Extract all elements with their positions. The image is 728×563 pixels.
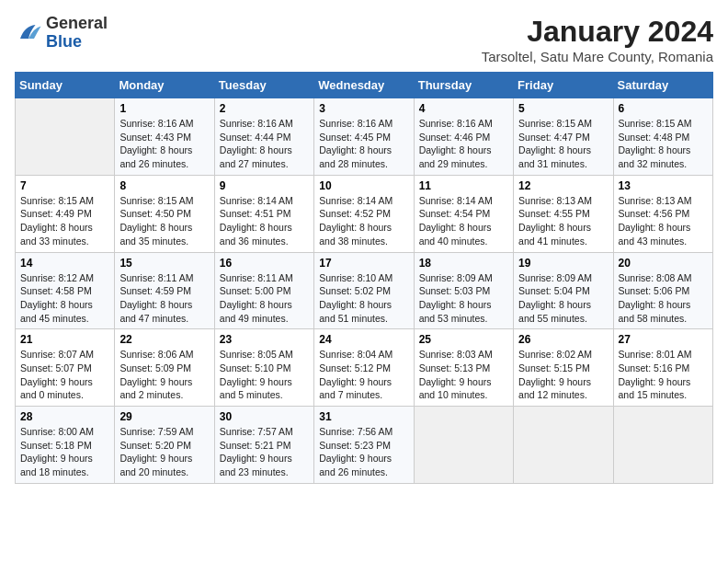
- calendar-cell: 26Sunrise: 8:02 AMSunset: 5:15 PMDayligh…: [514, 329, 613, 407]
- day-info: Sunrise: 8:02 AMSunset: 5:15 PMDaylight:…: [518, 348, 608, 402]
- day-number: 29: [119, 410, 209, 423]
- calendar-week-row: 21Sunrise: 8:07 AMSunset: 5:07 PMDayligh…: [16, 329, 713, 407]
- calendar-cell: [16, 98, 115, 176]
- day-info: Sunrise: 8:10 AMSunset: 5:02 PMDaylight:…: [319, 271, 408, 326]
- calendar-cell: 15Sunrise: 8:11 AMSunset: 4:59 PMDayligh…: [115, 252, 214, 329]
- day-info: Sunrise: 8:09 AMSunset: 5:03 PMDaylight:…: [419, 271, 508, 326]
- calendar-cell: 29Sunrise: 7:59 AMSunset: 5:20 PMDayligh…: [115, 407, 214, 484]
- day-info: Sunrise: 7:56 AMSunset: 5:23 PMDaylight:…: [319, 425, 408, 479]
- calendar-cell: 2Sunrise: 8:16 AMSunset: 4:44 PMDaylight…: [214, 98, 313, 176]
- day-info: Sunrise: 8:06 AMSunset: 5:09 PMDaylight:…: [119, 348, 209, 402]
- title-block: January 2024 Tarsoltel, Satu Mare County…: [482, 15, 713, 64]
- day-number: 11: [419, 179, 508, 192]
- day-info: Sunrise: 8:14 AMSunset: 4:52 PMDaylight:…: [319, 194, 408, 248]
- page-header: General Blue January 2024 Tarsoltel, Sat…: [15, 15, 713, 64]
- calendar-cell: [514, 407, 613, 484]
- weekday-header: Sunday: [16, 73, 115, 98]
- day-number: 31: [319, 410, 408, 423]
- day-number: 14: [20, 257, 109, 270]
- day-info: Sunrise: 8:13 AMSunset: 4:56 PMDaylight:…: [619, 194, 708, 248]
- calendar-cell: 6Sunrise: 8:15 AMSunset: 4:48 PMDaylight…: [613, 98, 712, 176]
- calendar-cell: 20Sunrise: 8:08 AMSunset: 5:06 PMDayligh…: [613, 252, 712, 329]
- calendar-cell: 13Sunrise: 8:13 AMSunset: 4:56 PMDayligh…: [613, 175, 712, 252]
- calendar-week-row: 1Sunrise: 8:16 AMSunset: 4:43 PMDaylight…: [16, 98, 713, 176]
- calendar-week-row: 28Sunrise: 8:00 AMSunset: 5:18 PMDayligh…: [16, 407, 713, 484]
- day-info: Sunrise: 8:15 AMSunset: 4:48 PMDaylight:…: [619, 117, 708, 171]
- day-info: Sunrise: 8:00 AMSunset: 5:18 PMDaylight:…: [20, 425, 109, 479]
- day-info: Sunrise: 8:13 AMSunset: 4:55 PMDaylight:…: [518, 194, 608, 248]
- day-number: 27: [619, 333, 708, 346]
- day-number: 15: [119, 257, 209, 270]
- day-number: 6: [619, 102, 708, 115]
- calendar-header: SundayMondayTuesdayWednesdayThursdayFrid…: [16, 73, 713, 98]
- weekday-header-row: SundayMondayTuesdayWednesdayThursdayFrid…: [16, 73, 713, 98]
- calendar-cell: 22Sunrise: 8:06 AMSunset: 5:09 PMDayligh…: [115, 329, 214, 407]
- calendar-cell: 16Sunrise: 8:11 AMSunset: 5:00 PMDayligh…: [214, 252, 313, 329]
- weekday-header: Saturday: [613, 73, 712, 98]
- day-number: 25: [419, 333, 508, 346]
- day-info: Sunrise: 8:16 AMSunset: 4:43 PMDaylight:…: [119, 117, 209, 171]
- calendar-cell: 18Sunrise: 8:09 AMSunset: 5:03 PMDayligh…: [414, 252, 513, 329]
- calendar-cell: 11Sunrise: 8:14 AMSunset: 4:54 PMDayligh…: [414, 175, 513, 252]
- logo: General Blue: [15, 15, 108, 52]
- calendar-cell: 4Sunrise: 8:16 AMSunset: 4:46 PMDaylight…: [414, 98, 513, 176]
- logo-general: General: [46, 14, 108, 32]
- weekday-header: Monday: [115, 73, 214, 98]
- calendar-cell: 25Sunrise: 8:03 AMSunset: 5:13 PMDayligh…: [414, 329, 513, 407]
- logo-blue: Blue: [46, 32, 82, 51]
- calendar-cell: 19Sunrise: 8:09 AMSunset: 5:04 PMDayligh…: [514, 252, 613, 329]
- day-info: Sunrise: 8:15 AMSunset: 4:49 PMDaylight:…: [20, 194, 109, 248]
- calendar-cell: 12Sunrise: 8:13 AMSunset: 4:55 PMDayligh…: [514, 175, 613, 252]
- calendar-cell: 8Sunrise: 8:15 AMSunset: 4:50 PMDaylight…: [115, 175, 214, 252]
- day-info: Sunrise: 8:05 AMSunset: 5:10 PMDaylight:…: [220, 348, 309, 402]
- day-info: Sunrise: 8:14 AMSunset: 4:51 PMDaylight:…: [220, 194, 309, 248]
- calendar-cell: [613, 407, 712, 484]
- calendar-week-row: 7Sunrise: 8:15 AMSunset: 4:49 PMDaylight…: [16, 175, 713, 252]
- page-subtitle: Tarsoltel, Satu Mare County, Romania: [482, 49, 713, 64]
- day-number: 20: [619, 257, 708, 270]
- calendar-cell: 28Sunrise: 8:00 AMSunset: 5:18 PMDayligh…: [16, 407, 115, 484]
- calendar-cell: 3Sunrise: 8:16 AMSunset: 4:45 PMDaylight…: [314, 98, 414, 176]
- day-number: 12: [518, 179, 608, 192]
- day-number: 1: [119, 102, 209, 115]
- calendar-cell: 27Sunrise: 8:01 AMSunset: 5:16 PMDayligh…: [613, 329, 712, 407]
- day-info: Sunrise: 8:11 AMSunset: 5:00 PMDaylight:…: [220, 271, 309, 326]
- calendar-cell: 30Sunrise: 7:57 AMSunset: 5:21 PMDayligh…: [214, 407, 313, 484]
- day-number: 19: [518, 257, 608, 270]
- day-info: Sunrise: 8:14 AMSunset: 4:54 PMDaylight:…: [419, 194, 508, 248]
- day-number: 7: [20, 179, 109, 192]
- day-info: Sunrise: 8:07 AMSunset: 5:07 PMDaylight:…: [20, 348, 109, 402]
- day-number: 8: [119, 179, 209, 192]
- day-number: 10: [319, 179, 408, 192]
- weekday-header: Tuesday: [214, 73, 313, 98]
- day-number: 9: [220, 179, 309, 192]
- day-number: 18: [419, 257, 508, 270]
- day-info: Sunrise: 7:59 AMSunset: 5:20 PMDaylight:…: [119, 425, 209, 479]
- day-info: Sunrise: 7:57 AMSunset: 5:21 PMDaylight:…: [220, 425, 309, 479]
- calendar-cell: 1Sunrise: 8:16 AMSunset: 4:43 PMDaylight…: [115, 98, 214, 176]
- day-info: Sunrise: 8:15 AMSunset: 4:50 PMDaylight:…: [119, 194, 209, 248]
- day-info: Sunrise: 8:11 AMSunset: 4:59 PMDaylight:…: [119, 271, 209, 326]
- day-number: 22: [119, 333, 209, 346]
- day-number: 28: [20, 410, 109, 423]
- day-info: Sunrise: 8:09 AMSunset: 5:04 PMDaylight:…: [518, 271, 608, 326]
- day-info: Sunrise: 8:03 AMSunset: 5:13 PMDaylight:…: [419, 348, 508, 402]
- day-info: Sunrise: 8:15 AMSunset: 4:47 PMDaylight:…: [518, 117, 608, 171]
- weekday-header: Wednesday: [314, 73, 414, 98]
- calendar-cell: 14Sunrise: 8:12 AMSunset: 4:58 PMDayligh…: [16, 252, 115, 329]
- day-number: 17: [319, 257, 408, 270]
- day-info: Sunrise: 8:16 AMSunset: 4:44 PMDaylight:…: [220, 117, 309, 171]
- day-number: 21: [20, 333, 109, 346]
- day-number: 5: [518, 102, 608, 115]
- day-info: Sunrise: 8:16 AMSunset: 4:46 PMDaylight:…: [419, 117, 508, 171]
- calendar-cell: [414, 407, 513, 484]
- calendar-cell: 9Sunrise: 8:14 AMSunset: 4:51 PMDaylight…: [214, 175, 313, 252]
- day-number: 26: [518, 333, 608, 346]
- calendar-cell: 7Sunrise: 8:15 AMSunset: 4:49 PMDaylight…: [16, 175, 115, 252]
- day-number: 16: [220, 257, 309, 270]
- day-info: Sunrise: 8:04 AMSunset: 5:12 PMDaylight:…: [319, 348, 408, 402]
- day-number: 24: [319, 333, 408, 346]
- calendar-cell: 23Sunrise: 8:05 AMSunset: 5:10 PMDayligh…: [214, 329, 313, 407]
- calendar-cell: 24Sunrise: 8:04 AMSunset: 5:12 PMDayligh…: [314, 329, 414, 407]
- calendar-cell: 17Sunrise: 8:10 AMSunset: 5:02 PMDayligh…: [314, 252, 414, 329]
